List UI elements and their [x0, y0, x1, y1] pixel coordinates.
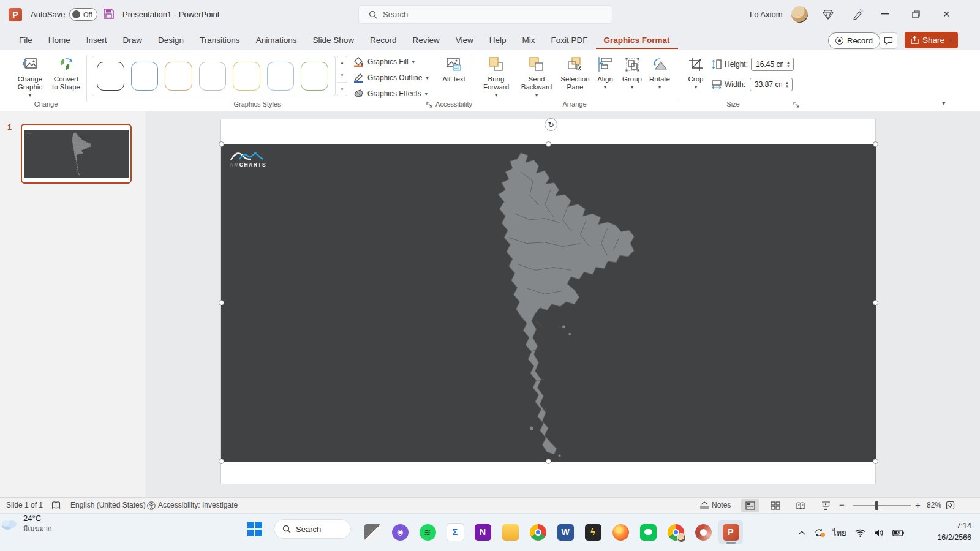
group-button[interactable]: Group ▾	[619, 55, 646, 91]
alt-text-button[interactable]: Alt Text	[440, 55, 468, 83]
save-icon[interactable]	[103, 8, 115, 20]
crop-button[interactable]: Crop ▾	[684, 55, 708, 91]
tab-animations[interactable]: Animations	[248, 31, 305, 49]
view-slide-sorter-button[interactable]	[766, 499, 785, 512]
zoom-percent[interactable]: 82%	[927, 501, 941, 509]
tab-draw[interactable]: Draw	[115, 31, 151, 49]
rotate-handle-icon[interactable]: ↻	[545, 118, 557, 131]
convert-to-shape-button[interactable]: Convert to Shape	[50, 55, 82, 91]
tab-mix[interactable]: Mix	[514, 31, 543, 49]
tab-insert[interactable]: Insert	[78, 31, 115, 49]
account-name[interactable]: Lo Axiom	[750, 10, 782, 19]
wifi-icon[interactable]	[855, 529, 865, 537]
gallery-scroll-up[interactable]: ▴	[337, 56, 347, 69]
align-button[interactable]: Align ▾	[593, 55, 617, 91]
comments-button[interactable]	[880, 32, 897, 49]
restore-button[interactable]	[907, 6, 925, 22]
tab-home[interactable]: Home	[40, 31, 78, 49]
view-slideshow-button[interactable]	[816, 499, 835, 512]
search-input[interactable]: Search	[358, 5, 612, 24]
resize-handle-bottom-left[interactable]	[219, 459, 224, 464]
share-button[interactable]: Share ▾	[905, 32, 958, 48]
style-swatch-light-blue[interactable]	[267, 62, 295, 91]
avatar[interactable]	[791, 6, 808, 23]
style-swatch-dark[interactable]	[97, 62, 124, 91]
view-reading-button[interactable]	[791, 499, 810, 512]
autosave-toggle[interactable]: Off	[69, 8, 97, 21]
designer-icon[interactable]	[821, 7, 835, 22]
minimize-button[interactable]	[876, 6, 894, 22]
tab-design[interactable]: Design	[150, 31, 192, 49]
draw-pen-icon[interactable]	[850, 7, 865, 22]
taskbar-app-sigma[interactable]: Σ	[443, 520, 467, 544]
taskbar-app-onenote[interactable]: N	[470, 520, 495, 544]
fit-window-icon[interactable]	[946, 501, 955, 510]
zoom-out-button[interactable]: −	[839, 500, 845, 510]
thailand-map[interactable]	[461, 146, 640, 460]
zoom-slider-thumb[interactable]	[875, 501, 878, 510]
taskbar-app-firefox[interactable]	[608, 520, 633, 544]
bring-forward-button[interactable]: Bring Forward ▾	[478, 55, 514, 99]
tab-graphics-format[interactable]: Graphics Format	[596, 31, 678, 49]
accessibility-status[interactable]: Accessibility: Investigate	[158, 501, 238, 509]
tab-view[interactable]: View	[448, 31, 481, 49]
resize-handle-bottom-right[interactable]	[873, 459, 878, 464]
tab-transitions[interactable]: Transitions	[192, 31, 248, 49]
tab-slide-show[interactable]: Slide Show	[304, 31, 362, 49]
notes-button[interactable]: Notes	[712, 501, 731, 509]
taskbar-app-photos[interactable]	[360, 520, 385, 544]
tray-sync-icon[interactable]	[814, 528, 824, 537]
taskbar-app-ring[interactable]	[691, 520, 715, 544]
speaker-icon[interactable]	[874, 529, 884, 537]
tab-help[interactable]: Help	[481, 31, 514, 49]
style-swatch-yellow[interactable]	[233, 62, 260, 91]
taskbar-app-line[interactable]	[636, 520, 660, 544]
start-button[interactable]	[247, 521, 263, 537]
taskbar-app-file-explorer[interactable]	[498, 520, 522, 544]
style-swatch-orange[interactable]	[165, 62, 192, 91]
graphics-effects-button[interactable]: Graphics Effects ▾	[353, 87, 428, 100]
slide-thumbnail[interactable]	[21, 124, 132, 184]
zoom-slider-track[interactable]	[853, 505, 911, 506]
view-normal-button[interactable]	[741, 499, 760, 512]
size-dialog-launcher[interactable]	[793, 102, 801, 109]
spellcheck-icon[interactable]	[51, 501, 61, 509]
clock-widget[interactable]: 7:14 16/2/2566	[918, 520, 971, 544]
style-swatch-green[interactable]	[301, 62, 328, 91]
tab-foxit-pdf[interactable]: Foxit PDF	[543, 31, 596, 49]
powerpoint-app-icon[interactable]: P	[9, 8, 22, 21]
taskbar-app-spotify[interactable]: ≋	[415, 520, 440, 544]
change-graphic-button[interactable]: Change Graphic ▾	[11, 55, 49, 99]
battery-icon[interactable]	[892, 530, 904, 536]
taskbar-app-chrome[interactable]	[526, 520, 550, 544]
tab-record[interactable]: Record	[362, 31, 405, 49]
rotate-button[interactable]: Rotate ▾	[646, 55, 674, 91]
style-swatch-blue[interactable]	[131, 62, 159, 91]
selected-graphic[interactable]: AMCHARTS ↻	[221, 144, 876, 462]
tab-file[interactable]: File	[11, 31, 40, 49]
style-swatch-gray[interactable]	[199, 62, 227, 91]
collapse-ribbon-button[interactable]: ▾	[942, 99, 946, 107]
tray-chevron-up-icon[interactable]	[798, 531, 805, 535]
height-stepper[interactable]: ▲▼	[785, 61, 792, 68]
resize-handle-middle-left[interactable]	[219, 300, 224, 305]
resize-handle-top-center[interactable]	[546, 141, 551, 147]
zoom-in-button[interactable]: +	[915, 500, 921, 510]
taskbar-app-chrome-profile[interactable]	[663, 520, 688, 544]
record-button[interactable]: Record	[828, 32, 880, 49]
taskbar-search[interactable]: Search	[274, 519, 351, 539]
selection-pane-button[interactable]: Selection Pane	[557, 55, 593, 91]
taskbar-app-word[interactable]: W	[553, 520, 578, 544]
tab-review[interactable]: Review	[405, 31, 448, 49]
send-backward-button[interactable]: Send Backward ▾	[518, 55, 556, 99]
taskbar-app-camera[interactable]: ◉	[388, 520, 412, 544]
gallery-scroll-down[interactable]: ▾	[337, 69, 347, 82]
taskbar-app-zap[interactable]: ϟ	[581, 520, 605, 544]
resize-handle-top-right[interactable]	[873, 141, 878, 147]
taskbar-app-powerpoint[interactable]: P	[718, 520, 743, 544]
resize-handle-top-left[interactable]	[219, 141, 224, 147]
width-stepper[interactable]: ▲▼	[783, 81, 791, 88]
graphics-outline-button[interactable]: Graphics Outline ▾	[353, 71, 428, 84]
gallery-expand[interactable]: ▾	[337, 83, 347, 96]
resize-handle-bottom-center[interactable]	[546, 459, 551, 464]
